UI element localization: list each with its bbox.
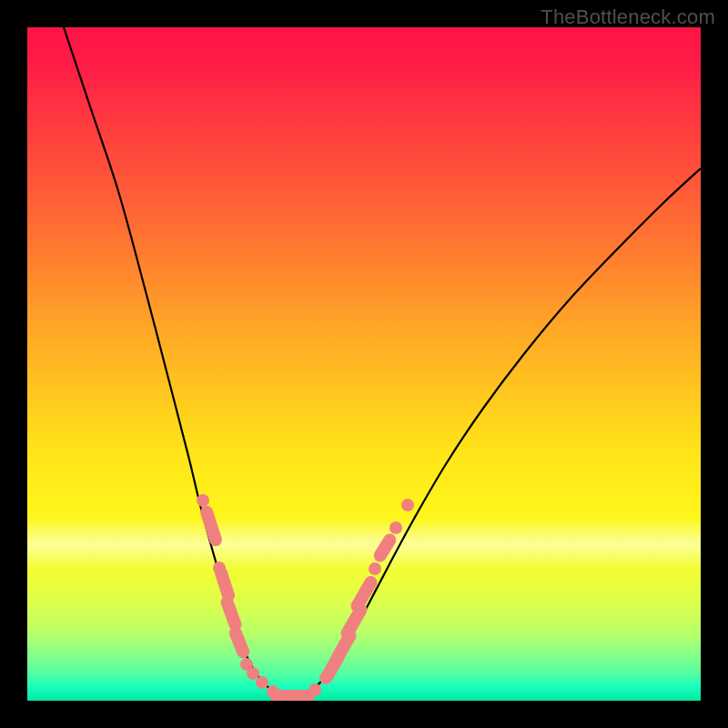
chart-svg	[27, 27, 701, 701]
curve-marker-pill	[236, 633, 243, 652]
curve-markers	[197, 494, 414, 698]
curve-marker-dot	[308, 683, 321, 696]
curve-marker-pill	[228, 602, 236, 624]
curve-marker-dot	[256, 676, 268, 689]
curve-marker-dot	[389, 521, 402, 534]
watermark-text: TheBottleneck.com	[541, 5, 715, 29]
curve-marker-pill	[348, 610, 361, 633]
curve-marker-dot	[401, 499, 414, 511]
curve-marker-pill	[207, 512, 216, 540]
bottleneck-curve	[64, 27, 701, 697]
curve-marker-pill	[221, 573, 228, 596]
curve-marker-pill	[380, 541, 390, 556]
curve-marker-dot	[197, 494, 209, 507]
curve-marker-dot	[369, 562, 381, 575]
chart-plot-area	[27, 27, 701, 701]
curve-marker-dot	[247, 667, 259, 680]
